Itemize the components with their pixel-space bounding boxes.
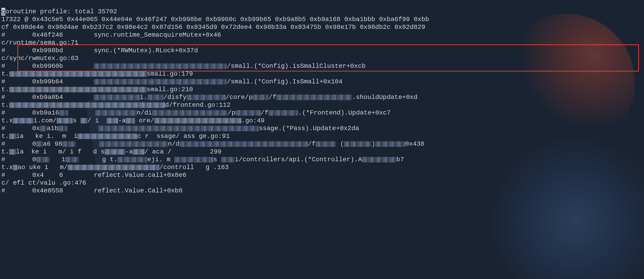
stack-addresses-line: 17322 @ 0x43c5e5 0x44e065 0x44e04e 0x46f… bbox=[2, 16, 429, 23]
redacted-path bbox=[9, 71, 147, 77]
stack-frame: # 0xb9a16 n/di/p/f.(*Frontend).Update+0x… bbox=[2, 109, 390, 116]
stack-frame: # 0x4 6 reflect.Value.call+0x8e6 bbox=[2, 172, 186, 179]
stack-frame: # 0xb9a8b4 i./disfy/core/p/f.shouldUpdat… bbox=[2, 94, 418, 101]
stack-addresses-line: cf 0x98de4e 0x98d4ae 0xb237c2 0x98e4c2 0… bbox=[2, 23, 425, 31]
redacted-path bbox=[94, 79, 227, 84]
stack-frame: # 0 1 g t.eji. m s i/controllers/api.(*C… bbox=[2, 156, 404, 163]
terminal-output: goroutine profile: total 35702 17322 @ 0… bbox=[0, 0, 644, 195]
redacted-path bbox=[94, 63, 227, 69]
stack-frame: # 0xb998bd sync.(*RWMutex).RLock+0x37d bbox=[2, 47, 198, 54]
stack-frame-location: c/ efl ct/valu .go:476 bbox=[2, 179, 86, 187]
stack-frame-location: c/sync/rwmutex.go:63 bbox=[2, 55, 78, 62]
stack-frame: # 0x46f246 sync.runtime_SemacquireMutex+… bbox=[2, 31, 221, 38]
stack-frame: # 0xa1b ssage.(*Pass).Update+0x2da bbox=[2, 125, 359, 132]
stack-frame-location: t.xao uke i m//controll g .163 bbox=[2, 164, 229, 171]
stack-frame: # 0a6 98 n/d/f ()0x438 bbox=[2, 140, 424, 148]
stack-frame-location: t.small.go:210 bbox=[2, 86, 193, 93]
terminal-cursor: g bbox=[2, 8, 5, 15]
redacted-path bbox=[94, 95, 140, 100]
stack-frame-location: t.la ke i m/ i f d s-a/ aca / 299 bbox=[2, 148, 222, 155]
profile-header: oroutine profile: total 35702 bbox=[5, 8, 117, 15]
stack-frame-location: t.small.go:179 bbox=[2, 70, 193, 77]
redacted-path bbox=[9, 87, 147, 92]
stack-frame-location: t.xi.com/s / i -a ore/.go:49 bbox=[2, 117, 264, 124]
stack-frame-location: t.d/frontend.go:112 bbox=[2, 101, 230, 109]
stack-frame-location: c/runtime/sema.go:71 bbox=[2, 39, 78, 46]
stack-frame: # 0xb99b64 /small.(*Config).IsSmall+0x10… bbox=[2, 78, 342, 85]
stack-frame: # 0xb9960b /small.(*Config).isSmallClust… bbox=[2, 62, 366, 70]
redacted-path bbox=[9, 102, 165, 108]
stack-frame: # 0x4e0558 reflect.Value.Call+0xb8 bbox=[2, 187, 182, 194]
stack-frame-location: t.ia ke i. m ic r ssage/ ass ge.go:91 bbox=[2, 133, 230, 140]
